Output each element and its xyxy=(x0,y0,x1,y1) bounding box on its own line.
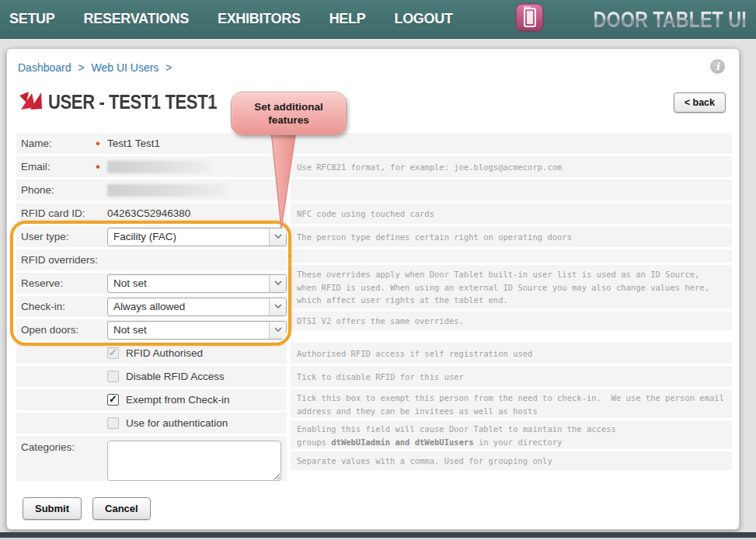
callout-bubble: Set additional features xyxy=(231,92,347,135)
help-row-user-type: The person type defines certain right on… xyxy=(291,226,732,247)
field-row-name: Name: • Test1 Test1 xyxy=(16,133,287,154)
user-form: Name: • Test1 Test1 Email: • Phone: xyxy=(16,133,732,483)
open-doors-select[interactable]: Not set xyxy=(107,321,287,340)
directory-groups-bold-text: dtWebUIadmin and dtWebUIusers xyxy=(331,437,473,447)
open-doors-select-value: Not set xyxy=(108,324,269,336)
checkbox-row-use-for-authentication: Use for authentication xyxy=(16,413,287,434)
help-row-rfid-overriders xyxy=(291,249,732,263)
field-row-open-doors: Open doors: Not set xyxy=(16,319,287,340)
window-bottom-bar xyxy=(0,532,756,538)
reserve-select-value: Not set xyxy=(108,277,269,289)
nav-item-reservations[interactable]: RESERVATIONS xyxy=(84,11,189,27)
reserve-label: Reserve: xyxy=(21,277,63,289)
back-button[interactable]: < back xyxy=(674,92,726,113)
use-for-authentication-checkbox-label: Use for authentication xyxy=(126,417,228,429)
name-label: Name: xyxy=(21,138,52,149)
label-cell: Phone: xyxy=(16,184,107,196)
breadcrumb-separator: > xyxy=(78,61,84,74)
email-value-redacted xyxy=(107,161,208,173)
page-title: USER - TEST1 TEST1 xyxy=(48,90,217,114)
open-doors-label: Open doors: xyxy=(21,324,78,336)
help-row-rfid-authorised: Authorised RFID access if self registrat… xyxy=(291,343,732,364)
content-panel: Dashboard > Web UI Users > USER - TEST1 … xyxy=(6,48,740,530)
field-row-categories: Categories: xyxy=(16,436,287,481)
label-cell: Open doors: xyxy=(16,324,107,336)
chevron-down-icon xyxy=(269,275,286,292)
check-in-select-value: Always allowed xyxy=(108,301,269,312)
phone-label: Phone: xyxy=(21,184,54,196)
use-for-authentication-checkbox xyxy=(107,417,119,429)
form-actions: Submit Cancel xyxy=(23,497,151,520)
help-row-rfid-card: NFC code using touched cards xyxy=(291,203,732,224)
nav-item-logout[interactable]: LOGOUT xyxy=(394,11,452,27)
rfid-card-id-label: RFID card ID: xyxy=(21,207,85,219)
categories-label: Categories: xyxy=(21,441,75,453)
form-fields-column: Name: • Test1 Test1 Email: • Phone: xyxy=(16,133,287,483)
field-row-rfid-card-id: RFID card ID: 04263C52946380 xyxy=(16,203,287,224)
breadcrumb-link-dashboard[interactable]: Dashboard xyxy=(18,61,71,74)
top-navbar: SETUP RESERVATIONS EXHIBITORS HELP LOGOU… xyxy=(0,0,756,39)
exempt-check-in-checkbox[interactable] xyxy=(107,394,119,406)
submit-button[interactable]: Submit xyxy=(23,497,82,520)
help-row-overrides: These overrides apply when Door Tablet b… xyxy=(291,265,732,309)
page-title-row: USER - TEST1 TEST1 xyxy=(19,90,246,114)
exempt-check-in-checkbox-label: Exempt from Check-in xyxy=(126,394,230,406)
name-value: Test1 Test1 xyxy=(107,138,160,149)
help-row-categories: Separate values with a comma. Used for g… xyxy=(291,451,732,470)
field-row-user-type: User type: Facility (FAC) xyxy=(16,226,287,247)
field-row-reserve: Reserve: Not set xyxy=(16,273,287,294)
help-row-use-for-authentication: Enabling this field will cause Door Tabl… xyxy=(291,420,732,449)
phone-value-redacted xyxy=(107,184,224,197)
label-cell: Email: • xyxy=(16,161,107,172)
email-label: Email: xyxy=(21,161,51,172)
disable-rfid-checkbox-label: Disable RFID Access xyxy=(126,371,225,382)
user-type-label: User type: xyxy=(21,231,69,242)
label-cell: User type: xyxy=(16,231,107,242)
rfid-card-id-value: 04263C52946380 xyxy=(107,207,190,219)
label-cell: RFID overriders: xyxy=(16,254,107,266)
checkbox-row-disable-rfid: Disable RFID Access xyxy=(16,366,287,387)
info-icon[interactable] xyxy=(710,59,725,74)
breadcrumb-link-web-ui-users[interactable]: Web UI Users xyxy=(91,61,159,74)
callout-text: Set additional features xyxy=(254,101,323,126)
help-row-name xyxy=(291,133,732,154)
help-row-dtsi: DTSI V2 offers the same overrides. xyxy=(291,312,732,330)
checkbox-row-rfid-authorised: RFID Authorised xyxy=(16,343,287,364)
check-in-label: Check-in: xyxy=(21,301,65,312)
help-row-phone xyxy=(291,179,732,200)
check-in-select[interactable]: Always allowed xyxy=(107,298,287,316)
checkbox-row-exempt-check-in: Exempt from Check-in xyxy=(16,389,287,410)
help-row-disable-rfid: Tick to disable RFID for this user xyxy=(291,366,732,387)
nav-item-setup[interactable]: SETUP xyxy=(9,11,55,27)
label-cell: Name: • xyxy=(16,138,107,149)
callout-tail xyxy=(256,131,318,236)
nav-item-help[interactable]: HELP xyxy=(329,11,366,27)
chevron-down-icon xyxy=(269,322,286,339)
door-tablet-app-icon xyxy=(515,3,544,35)
form-help-column: Use RFC821 format, for example: joe.blog… xyxy=(291,133,732,483)
field-row-check-in: Check-in: Always allowed xyxy=(16,296,287,317)
nav-item-exhibitors[interactable]: EXHIBITORS xyxy=(218,11,301,27)
categories-textarea[interactable] xyxy=(107,441,281,481)
brand-title: DOOR TABLET UI xyxy=(594,6,747,33)
rfid-authorised-checkbox xyxy=(107,347,119,359)
label-cell: Categories: xyxy=(16,439,107,453)
help-row-exempt-check-in: Tick this box to exempt this person from… xyxy=(291,389,732,418)
nav-menu: SETUP RESERVATIONS EXHIBITORS HELP LOGOU… xyxy=(9,11,453,27)
required-dot-icon: • xyxy=(96,163,100,171)
breadcrumb-separator: > xyxy=(165,61,172,74)
required-dot-icon: • xyxy=(96,140,100,148)
reserve-select[interactable]: Not set xyxy=(107,274,287,293)
breadcrumb: Dashboard > Web UI Users > xyxy=(18,61,176,74)
user-type-select-value: Facility (FAC) xyxy=(108,231,269,242)
rfid-authorised-checkbox-label: RFID Authorised xyxy=(126,347,203,359)
door-tablet-red-logo-icon xyxy=(19,91,43,114)
help-row-email: Use RFC821 format, for example: joe.blog… xyxy=(291,156,732,177)
rfid-overriders-label: RFID overriders: xyxy=(21,254,98,266)
label-cell: Check-in: xyxy=(16,301,107,312)
field-row-rfid-overriders: RFID overriders: xyxy=(16,249,287,270)
label-cell: Reserve: xyxy=(16,277,107,289)
cancel-button[interactable]: Cancel xyxy=(92,497,151,520)
field-row-phone: Phone: xyxy=(16,179,287,200)
label-cell: RFID card ID: xyxy=(16,207,107,219)
